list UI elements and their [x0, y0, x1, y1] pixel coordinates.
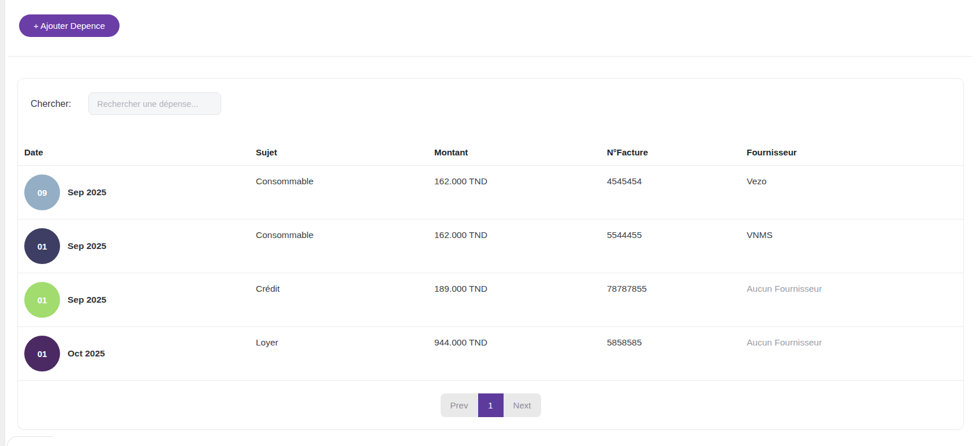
table-row: 01 Sep 2025 Consommable 162.000 TND 5544…: [18, 220, 963, 273]
facture-cell: 78787855: [607, 273, 747, 326]
search-input[interactable]: [88, 92, 221, 115]
fournisseur-cell: Aucun Fournisseur: [747, 327, 963, 380]
fournisseur-cell: Vezo: [747, 166, 963, 219]
add-expense-button[interactable]: + Ajouter Depence: [19, 14, 120, 37]
search-row: Chercher:: [31, 92, 963, 115]
montant-cell: 162.000 TND: [434, 220, 607, 273]
sujet-cell: Consommable: [256, 220, 434, 273]
column-header-montant: Montant: [434, 147, 607, 157]
pagination-prev-button[interactable]: Prev: [441, 393, 478, 417]
table-row: 09 Sep 2025 Consommable 162.000 TND 4545…: [18, 166, 963, 220]
facture-cell: 5544455: [607, 220, 747, 273]
month-year-label: Sep 2025: [68, 295, 106, 305]
expenses-card: Chercher: Date Sujet Montant N°Facture F…: [17, 78, 964, 430]
day-badge: 01: [24, 282, 60, 318]
table-header: Date Sujet Montant N°Facture Fournisseur: [18, 139, 963, 166]
date-cell: 09 Sep 2025: [18, 166, 256, 219]
column-header-date: Date: [18, 147, 256, 157]
pagination-next-button[interactable]: Next: [504, 393, 541, 417]
date-cell: 01 Sep 2025: [18, 273, 256, 326]
pagination: Prev 1 Next: [441, 393, 541, 417]
sujet-cell: Crédit: [256, 273, 434, 326]
facture-cell: 4545454: [607, 166, 747, 219]
table-footer: Prev 1 Next: [18, 381, 963, 430]
fournisseur-cell: VNMS: [747, 220, 963, 273]
month-year-label: Sep 2025: [68, 241, 106, 251]
pagination-page-1-button[interactable]: 1: [478, 393, 504, 417]
facture-cell: 5858585: [607, 327, 747, 380]
month-year-label: Sep 2025: [68, 187, 106, 198]
column-header-sujet: Sujet: [256, 147, 434, 157]
month-year-label: Oct 2025: [68, 348, 105, 359]
header-divider: [8, 56, 972, 57]
montant-cell: 189.000 TND: [434, 273, 607, 326]
sujet-cell: Consommable: [256, 166, 434, 219]
date-cell: 01 Oct 2025: [18, 327, 256, 380]
next-section-corner: [7, 436, 53, 446]
sujet-cell: Loyer: [256, 327, 434, 380]
table-row: 01 Oct 2025 Loyer 944.000 TND 5858585 Au…: [18, 327, 963, 381]
date-cell: 01 Sep 2025: [18, 220, 256, 273]
search-label: Chercher:: [31, 99, 71, 109]
montant-cell: 944.000 TND: [434, 327, 607, 380]
table-row: 01 Sep 2025 Crédit 189.000 TND 78787855 …: [18, 273, 963, 327]
fournisseur-cell: Aucun Fournisseur: [747, 273, 963, 326]
day-badge: 09: [24, 174, 60, 210]
column-header-facture: N°Facture: [607, 147, 747, 157]
day-badge: 01: [24, 228, 60, 264]
montant-cell: 162.000 TND: [434, 166, 607, 219]
day-badge: 01: [24, 336, 60, 371]
column-header-fournisseur: Fournisseur: [747, 147, 963, 157]
page-left-edge: [0, 0, 5, 446]
